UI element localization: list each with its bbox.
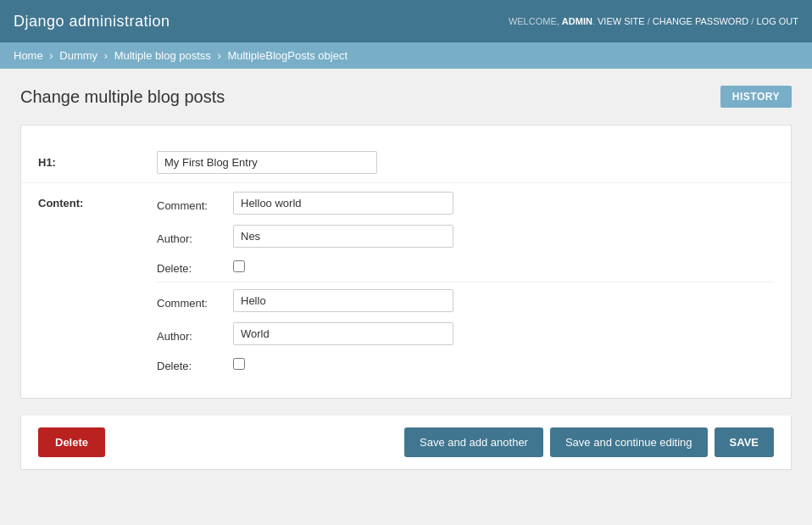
entry-2-delete-row: Delete: [157, 355, 774, 372]
breadcrumb-dummy[interactable]: Dummy [59, 49, 97, 62]
delete-button[interactable]: Delete [38, 427, 105, 457]
breadcrumb-separator-2: › [104, 49, 108, 62]
entry-1-delete-row: Delete: [157, 258, 774, 275]
page-title: Change multiple blog posts [20, 87, 225, 107]
site-title-link[interactable]: Django administration [14, 13, 170, 30]
breadcrumb-multiple-blog-postss[interactable]: Multiple blog postss [114, 49, 211, 62]
save-buttons: Save and add another Save and continue e… [404, 427, 774, 457]
form-section: H1: Content: Comment: Author: [20, 125, 792, 399]
content-field-row: Content: Comment: Author: Delete: [21, 183, 791, 381]
save-and-add-button[interactable]: Save and add another [404, 427, 543, 457]
submit-row: Delete Save and add another Save and con… [20, 416, 792, 470]
username: ADMIN [562, 16, 592, 26]
h1-input[interactable] [157, 151, 377, 174]
entry-1-author-input[interactable] [233, 225, 453, 248]
h1-field-row: H1: [21, 142, 791, 183]
user-tools: WELCOME, ADMIN. VIEW SITE / CHANGE PASSW… [509, 16, 798, 26]
entry-2: Comment: Author: Delete: [157, 289, 774, 372]
entry-1-author-row: Author: [157, 225, 774, 248]
save-and-continue-button[interactable]: Save and continue editing [550, 427, 708, 457]
breadcrumb-separator-3: › [217, 49, 220, 62]
entry-2-comment-input[interactable] [233, 289, 453, 312]
entry-1-delete-checkbox[interactable] [233, 260, 245, 272]
main-content: Change multiple blog posts HISTORY H1: C… [0, 69, 812, 487]
entry-1-comment-input[interactable] [233, 192, 453, 215]
entry-2-delete-checkbox[interactable] [233, 358, 245, 370]
entry-1-comment-row: Comment: [157, 192, 774, 215]
log-out-link[interactable]: LOG OUT [756, 16, 798, 26]
breadcrumb-object: MultipleBlogPosts object [227, 49, 348, 62]
h1-label: H1: [38, 151, 157, 169]
breadcrumb-home[interactable]: Home [14, 49, 43, 62]
breadcrumbs: Home › Dummy › Multiple blog postss › Mu… [0, 42, 812, 69]
change-password-link[interactable]: CHANGE PASSWORD [653, 16, 748, 26]
entry-2-comment-row: Comment: [157, 289, 774, 312]
content-header: Change multiple blog posts HISTORY [20, 86, 792, 108]
save-button[interactable]: SAVE [715, 427, 774, 457]
breadcrumb-separator-1: › [49, 49, 53, 62]
content-entries: Comment: Author: Delete: [157, 192, 774, 372]
entry-2-comment-label: Comment: [157, 293, 233, 310]
entry-1-delete-label: Delete: [157, 258, 233, 275]
site-title: Django administration [14, 13, 170, 31]
header: Django administration WELCOME, ADMIN. VI… [0, 0, 812, 42]
view-site-link[interactable]: VIEW SITE [598, 16, 645, 26]
welcome-text: WELCOME, [509, 16, 559, 26]
entry-2-delete-label: Delete: [157, 355, 233, 372]
entry-2-author-input[interactable] [233, 322, 453, 345]
entry-1-comment-label: Comment: [157, 195, 233, 212]
entry-2-author-label: Author: [157, 326, 233, 343]
history-button[interactable]: HISTORY [720, 86, 792, 108]
h1-input-wrapper [157, 151, 377, 174]
entries-separator [157, 282, 774, 282]
entry-2-author-row: Author: [157, 322, 774, 345]
entry-1: Comment: Author: Delete: [157, 192, 774, 275]
content-label: Content: [38, 192, 157, 209]
entry-1-author-label: Author: [157, 228, 233, 245]
